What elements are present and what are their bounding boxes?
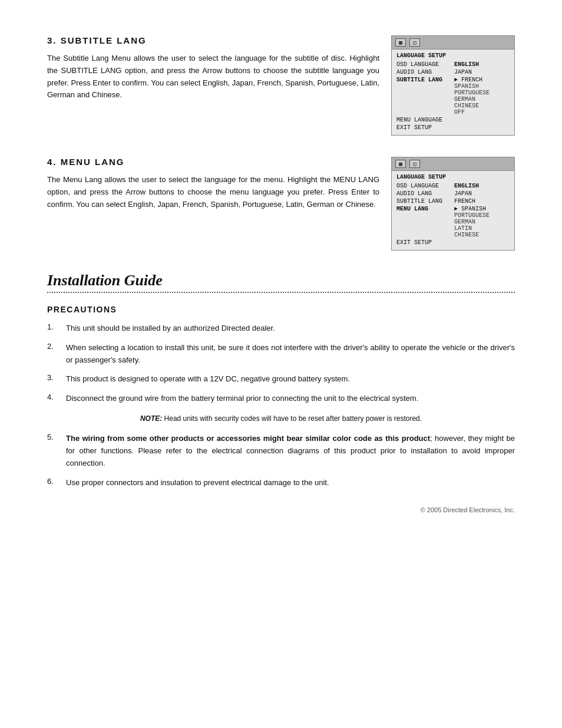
menu4-row-3-right: FRENCH bbox=[453, 197, 511, 205]
menu-row-2: AUDIO LANG JAPAN bbox=[395, 68, 511, 76]
disc-icon: ◫ bbox=[409, 38, 420, 47]
section-3-title: 3. Subtitle Lang bbox=[47, 35, 379, 45]
menu-header-row: LANGUAGE SETUP bbox=[395, 52, 511, 61]
menu-box-4-content: LANGUAGE SETUP OSD LANGUAGE ENGLISH AUDI… bbox=[392, 171, 514, 250]
menu4-row-1-left: OSD LANGUAGE bbox=[395, 182, 453, 190]
precaution-1-text: This unit should be installed by an auth… bbox=[66, 322, 515, 335]
section-4-body: The Menu Lang allows the user to select … bbox=[47, 174, 379, 210]
menu-table-4: LANGUAGE SETUP OSD LANGUAGE ENGLISH AUDI… bbox=[395, 173, 511, 246]
menu4-row-4-left: MENU LANG bbox=[395, 205, 453, 239]
section-4-menu: ▩ ◫ LANGUAGE SETUP OSD LANGUAGE ENGLISH … bbox=[391, 157, 515, 251]
installation-guide-section: Installation Guide PRECAUTIONS 1. This u… bbox=[47, 272, 515, 513]
precaution-6-text: Use proper connectors and insulation to … bbox=[66, 477, 515, 489]
section-4: 4. Menu Lang The Menu Lang allows the us… bbox=[47, 157, 515, 251]
arrow-indicator-2: ► bbox=[454, 206, 461, 212]
installation-guide-title: Installation Guide bbox=[47, 272, 515, 289]
menu-row-2-right: JAPAN bbox=[453, 68, 511, 76]
section-4-title: 4. Menu Lang bbox=[47, 157, 379, 167]
menu4-row-4-right: ► SPANISH PORTUGUESE GERMAN LATIN CHINES… bbox=[453, 205, 511, 239]
menu4-row-1: OSD LANGUAGE ENGLISH bbox=[395, 182, 511, 190]
menu4-row-5: EXIT SETUP bbox=[395, 239, 511, 246]
menu-row-1: OSD LANGUAGE ENGLISH bbox=[395, 61, 511, 68]
menu-row-4-right bbox=[453, 116, 511, 124]
section-3: 3. Subtitle Lang The Subtitle Lang Menu … bbox=[47, 35, 515, 136]
precaution-4-text: Disconnect the ground wire from the batt… bbox=[66, 393, 515, 405]
menu-box-3-header: ▩ ◫ bbox=[392, 36, 514, 50]
precaution-2-num: 2. bbox=[47, 342, 59, 367]
menu-row-5: EXIT SETUP bbox=[395, 124, 511, 131]
menu-box-4-header: ▩ ◫ bbox=[392, 157, 514, 171]
menu-box-3: ▩ ◫ LANGUAGE SETUP OSD LANGUAGE ENGLISH … bbox=[391, 35, 515, 136]
menu-row-2-left: AUDIO LANG bbox=[395, 68, 453, 76]
precaution-1: 1. This unit should be installed by an a… bbox=[47, 322, 515, 335]
disc-icon-2: ◫ bbox=[409, 160, 420, 168]
menu4-row-2-right: JAPAN bbox=[453, 190, 511, 197]
precaution-6: 6. Use proper connectors and insulation … bbox=[47, 477, 515, 489]
precaution-5-text: The wiring from some other products or a… bbox=[66, 433, 515, 469]
precaution-3-num: 3. bbox=[47, 373, 59, 386]
section-3-text: 3. Subtitle Lang The Subtitle Lang Menu … bbox=[47, 35, 379, 101]
precaution-2: 2. When selecting a location to install … bbox=[47, 342, 515, 367]
note-text: Head units with security codes will have… bbox=[162, 414, 422, 423]
note-block: NOTE: Head units with security codes wil… bbox=[47, 413, 515, 424]
precaution-1-num: 1. bbox=[47, 322, 59, 335]
menu-header-label: LANGUAGE SETUP bbox=[395, 52, 511, 61]
menu-row-3-left: SUBTITLE LANG bbox=[395, 76, 453, 116]
section-3-body: The Subtitle Lang Menu allows the user t… bbox=[47, 52, 379, 101]
precaution-2-text: When selecting a location to install thi… bbox=[66, 342, 515, 367]
menu4-row-5-left: EXIT SETUP bbox=[395, 239, 453, 246]
menu-row-3: SUBTITLE LANG ► FRENCH SPANISH PORTUGUES… bbox=[395, 76, 511, 116]
menu4-header-row: LANGUAGE SETUP bbox=[395, 173, 511, 182]
menu-row-3-right: ► FRENCH SPANISH PORTUGUESE GERMAN CHINE… bbox=[453, 76, 511, 116]
precaution-3: 3. This product is designed to operate w… bbox=[47, 373, 515, 386]
menu-row-4: MENU LANGUAGE bbox=[395, 116, 511, 124]
precaution-6-num: 6. bbox=[47, 477, 59, 489]
note-label: NOTE: bbox=[140, 414, 162, 423]
menu4-row-2: AUDIO LANG JAPAN bbox=[395, 190, 511, 197]
monitor-icon-2: ▩ bbox=[395, 160, 406, 168]
menu4-row-3-left: SUBTITLE LANG bbox=[395, 197, 453, 205]
menu4-header-label: LANGUAGE SETUP bbox=[395, 173, 511, 182]
precaution-5-num: 5. bbox=[47, 433, 59, 469]
menu4-row-2-left: AUDIO LANG bbox=[395, 190, 453, 197]
menu-row-4-left: MENU LANGUAGE bbox=[395, 116, 453, 124]
menu-box-4: ▩ ◫ LANGUAGE SETUP OSD LANGUAGE ENGLISH … bbox=[391, 157, 515, 251]
precaution-4-num: 4. bbox=[47, 393, 59, 405]
menu4-row-4: MENU LANG ► SPANISH PORTUGUESE GERMAN LA… bbox=[395, 205, 511, 239]
monitor-icon: ▩ bbox=[395, 38, 406, 47]
copyright-text: © 2005 Directed Electronics, Inc. bbox=[47, 506, 515, 513]
precaution-5: 5. The wiring from some other products o… bbox=[47, 433, 515, 469]
menu-row-5-right bbox=[453, 124, 511, 131]
precaution-5-bold: The wiring from some other products or a… bbox=[66, 434, 430, 443]
menu4-row-3: SUBTITLE LANG FRENCH bbox=[395, 197, 511, 205]
menu-box-3-content: LANGUAGE SETUP OSD LANGUAGE ENGLISH AUDI… bbox=[392, 50, 514, 135]
menu-row-5-left: EXIT SETUP bbox=[395, 124, 453, 131]
menu-table-3: LANGUAGE SETUP OSD LANGUAGE ENGLISH AUDI… bbox=[395, 52, 511, 131]
menu-row-1-left: OSD LANGUAGE bbox=[395, 61, 453, 68]
menu4-row-1-right: ENGLISH bbox=[453, 182, 511, 190]
section-4-text: 4. Menu Lang The Menu Lang allows the us… bbox=[47, 157, 379, 210]
arrow-indicator: ► bbox=[454, 77, 461, 83]
precaution-4: 4. Disconnect the ground wire from the b… bbox=[47, 393, 515, 405]
section-divider bbox=[47, 292, 515, 293]
menu4-row-5-right bbox=[453, 239, 511, 246]
section-3-menu: ▩ ◫ LANGUAGE SETUP OSD LANGUAGE ENGLISH … bbox=[391, 35, 515, 136]
precautions-title: PRECAUTIONS bbox=[47, 305, 515, 314]
menu-row-1-right: ENGLISH bbox=[453, 61, 511, 68]
precaution-3-text: This product is designed to operate with… bbox=[66, 373, 515, 386]
